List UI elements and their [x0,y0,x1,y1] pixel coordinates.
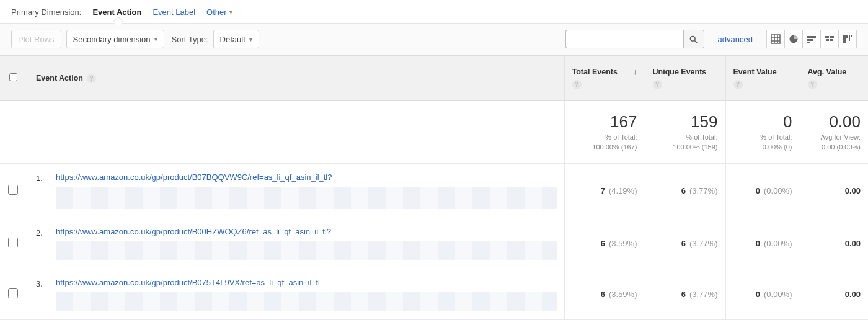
svg-rect-18 [851,35,852,37]
redacted-text [56,241,557,260]
svg-line-1 [694,40,697,43]
event-action-link[interactable]: https://www.amazon.co.uk/gp/product/B00H… [56,227,557,236]
summary-avg-value: 0.00 Avg for View: 0.00 (0.00%) [800,101,868,164]
cell-total-events: 7 [594,186,605,195]
help-icon[interactable]: ? [808,80,817,89]
cell-unique-events-pct: (3.77%) [689,186,718,195]
primary-dimension-label: Primary Dimension: [11,7,81,17]
cell-event-value-pct: (0.00%) [764,239,792,248]
header-checkbox[interactable] [0,56,26,101]
svg-rect-16 [846,35,848,38]
summary-total-events: 167 % of Total: 100.00% (167) [564,101,645,164]
col-unique-events-label: Unique Events [653,68,707,76]
search-button[interactable] [683,30,704,48]
toolbar: Plot Rows Secondary dimension ▾ Sort Typ… [0,24,868,55]
col-avg-value[interactable]: Avg. Value ? [800,56,868,101]
primary-dimension-bar: Primary Dimension: Event Action Event La… [0,0,868,24]
cell-event-value-pct: (0.00%) [764,186,792,195]
sort-desc-icon: ↓ [633,67,637,76]
cell-avg-value: 0.00 [845,186,861,195]
table-header-row: Event Action ? Total Events ↓ ? Unique E… [0,56,868,101]
row-number: 2. [36,227,47,238]
primary-dimension-active[interactable]: Event Action [92,7,141,17]
summary-unique-events: 159 % of Total: 100.00% (159) [645,101,725,164]
event-action-link[interactable]: https://www.amazon.co.uk/gp/product/B07B… [56,172,557,182]
view-bar-icon[interactable] [802,30,821,48]
view-pivot-icon[interactable] [838,30,857,48]
select-all-checkbox[interactable] [9,73,17,81]
svg-rect-11 [825,36,829,38]
search-icon [689,35,698,44]
col-avg-value-label: Avg. Value [808,68,847,76]
caret-down-icon: ▾ [154,36,157,43]
table-row: 1. https://www.amazon.co.uk/gp/product/B… [0,163,868,218]
cell-unique-events: 6 [675,239,686,248]
svg-rect-15 [843,35,846,43]
data-table: Event Action ? Total Events ↓ ? Unique E… [0,55,868,320]
caret-down-icon: ▾ [229,9,232,16]
col-total-events-label: Total Events [572,68,618,76]
cell-event-value: 0 [749,290,760,299]
view-comparison-icon[interactable] [820,30,839,48]
help-icon[interactable]: ? [572,80,582,89]
advanced-link[interactable]: advanced [718,35,753,44]
summary-event-value: 0 % of Total: 0.00% (0) [725,101,800,164]
help-icon[interactable]: ? [733,80,743,89]
table-row: 2. https://www.amazon.co.uk/gp/product/B… [0,218,868,269]
caret-down-icon: ▾ [249,36,252,43]
svg-rect-14 [830,39,833,41]
secondary-dimension-label: Secondary dimension [73,35,151,44]
primary-dimension-other[interactable]: Other ▾ [206,7,232,17]
help-icon[interactable]: ? [653,80,662,89]
cell-unique-events-pct: (3.77%) [689,239,718,248]
row-checkbox[interactable] [8,185,18,195]
col-event-action-label: Event Action [36,74,83,82]
col-event-value[interactable]: Event Value ? [725,56,800,101]
view-switcher [766,30,857,48]
cell-total-events-pct: (3.59%) [609,239,637,248]
svg-rect-17 [849,35,850,41]
cell-event-value: 0 [749,239,760,248]
cell-total-events-pct: (3.59%) [609,290,637,299]
col-total-events[interactable]: Total Events ↓ ? [564,56,645,101]
primary-dimension-event-label[interactable]: Event Label [153,7,195,17]
sort-type-value: Default [220,35,246,44]
svg-rect-10 [807,42,810,43]
view-pie-icon[interactable] [784,30,803,48]
svg-point-0 [690,36,695,41]
view-table-icon[interactable] [766,30,785,48]
event-action-link[interactable]: https://www.amazon.co.uk/gp/product/B075… [56,278,557,287]
redacted-text [56,292,557,311]
col-event-action[interactable]: Event Action ? [29,56,564,101]
cell-avg-value: 0.00 [845,290,861,299]
svg-rect-12 [830,36,834,38]
help-icon[interactable]: ? [87,74,96,83]
row-checkbox[interactable] [8,288,18,298]
cell-unique-events-pct: (3.77%) [689,290,718,299]
cell-total-events: 6 [594,239,605,248]
cell-unique-events: 6 [675,290,686,299]
svg-rect-2 [771,35,780,43]
cell-unique-events: 6 [675,186,686,195]
search-box [565,30,704,48]
row-checkbox[interactable] [8,238,18,247]
svg-rect-9 [807,39,813,41]
cell-total-events: 6 [594,290,605,299]
col-event-value-label: Event Value [733,68,777,76]
search-input[interactable] [565,30,683,48]
summary-row: 167 % of Total: 100.00% (167) 159 % of T… [0,101,868,164]
row-number: 3. [36,278,47,288]
col-unique-events[interactable]: Unique Events ? [645,56,725,101]
table-row: 3. https://www.amazon.co.uk/gp/product/B… [0,269,868,319]
primary-dimension-other-label: Other [206,7,227,17]
plot-rows-button: Plot Rows [11,30,61,48]
cell-total-events-pct: (4.19%) [609,186,637,195]
row-number: 1. [36,172,47,183]
cell-avg-value: 0.00 [845,239,861,248]
redacted-text [56,187,557,209]
secondary-dimension-dropdown[interactable]: Secondary dimension ▾ [66,30,164,48]
sort-type-label: Sort Type: [172,35,208,44]
cell-event-value: 0 [749,186,760,195]
cell-event-value-pct: (0.00%) [764,290,792,299]
sort-type-dropdown[interactable]: Default ▾ [213,30,259,48]
